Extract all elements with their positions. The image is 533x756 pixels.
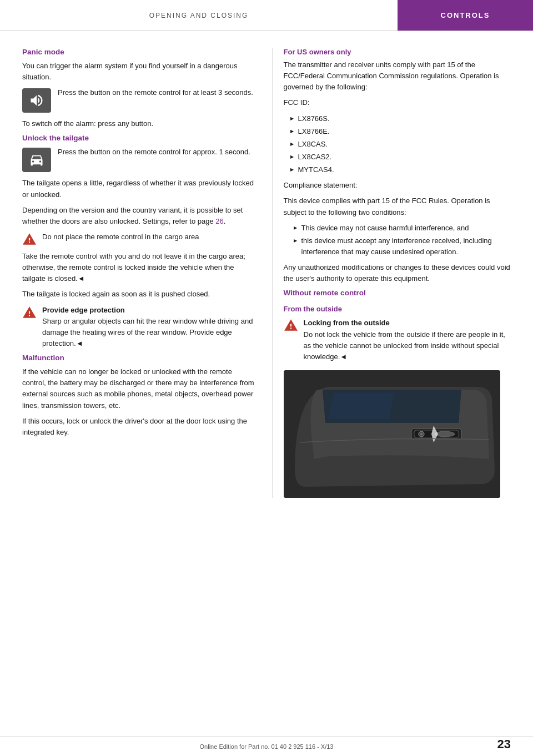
from-outside-title: From the outside [284, 305, 511, 313]
fcc-item-1: LX8766S. [290, 113, 511, 124]
compliance-item-2: this device must accept any interference… [294, 235, 511, 258]
malfunction-section: Malfunction If the vehicle can no longer… [22, 354, 255, 438]
malfunction-text-1: If the vehicle can no longer be locked o… [22, 366, 255, 411]
fcc-id-label: FCC ID: [284, 97, 511, 108]
warning-triangle-icon-1 [22, 232, 37, 246]
fcc-item-4: LX8CAS2. [290, 152, 511, 163]
malfunction-title: Malfunction [22, 354, 255, 362]
warning-edge-row: Provide edge protection Sharp or angular… [22, 305, 255, 350]
warning-triangle-icon-2 [22, 305, 37, 320]
controls-label: CONTROLS [441, 11, 490, 19]
page-header: OPENING AND CLOSING CONTROLS [0, 0, 533, 31]
page-footer: Online Edition for Part no. 01 40 2 925 … [0, 736, 533, 756]
car-key-icon [29, 152, 44, 168]
car-door-svg [284, 370, 500, 498]
compliance-footer: Any unauthorized modifications or change… [284, 262, 511, 284]
warning-edge-text: Provide edge protection Sharp or angular… [42, 305, 255, 350]
warning-edge-title: Provide edge protection [42, 306, 125, 314]
svg-point-5 [420, 432, 423, 435]
car-key-icon-box [22, 148, 51, 172]
tailgate-text-2: Depending on the version and the country… [22, 205, 255, 227]
compliance-label: Compliance statement: [284, 180, 511, 191]
tailgate-after-warning-2: The tailgate is locked again as soon as … [22, 289, 255, 300]
warning-locking-title: Locking from the outside [304, 319, 390, 327]
left-column: Panic mode You can trigger the alarm sys… [0, 48, 272, 498]
panic-mode-icon-text: Press the button on the remote control f… [58, 87, 253, 98]
panic-mode-after-text: To switch off the alarm: press any butto… [22, 118, 255, 129]
compliance-intro: This device complies with part 15 of the… [284, 195, 511, 218]
warning-cargo-row: Do not place the remote control in the c… [22, 231, 255, 246]
header-left-label: OPENING AND CLOSING [0, 0, 398, 31]
warning-locking-row: Locking from the outside Do not lock the… [284, 317, 511, 362]
us-owners-section: For US owners only The transmitter and r… [284, 48, 511, 284]
fcc-id-list: LX8766S. LX8766E. LX8CAS. LX8CAS2. MYTCA… [290, 113, 511, 176]
panic-mode-icon-row: Press the button on the remote control f… [22, 87, 255, 113]
panic-mode-section: Panic mode You can trigger the alarm sys… [22, 48, 255, 129]
without-remote-title: Without remote control [284, 289, 511, 297]
fcc-item-5: MYTCAS4. [290, 164, 511, 175]
footer-text: Online Edition for Part no. 01 40 2 925 … [200, 743, 334, 750]
header-right-label: CONTROLS [398, 0, 533, 31]
warning-locking-text: Locking from the outside Do not lock the… [304, 317, 511, 362]
speaker-icon [29, 93, 44, 108]
tailgate-icon-row: Press the button on the remote control f… [22, 147, 255, 172]
right-column: For US owners only The transmitter and r… [273, 48, 534, 498]
page-number: 23 [497, 737, 511, 752]
panic-mode-text: You can trigger the alarm system if you … [22, 61, 255, 83]
car-door-image [284, 370, 500, 498]
compliance-list: This device may not cause harmful interf… [294, 223, 511, 258]
tailgate-text-1: The tailgate opens a little, regardless … [22, 178, 255, 200]
warning-triangle-icon-3 [284, 318, 298, 332]
warning-edge-body: Sharp or angular objects can hit the rea… [42, 317, 253, 347]
fcc-item-3: LX8CAS. [290, 139, 511, 150]
without-remote-section: Without remote control From the outside … [284, 289, 511, 498]
speaker-icon-box [22, 88, 51, 113]
warning-locking-body: Do not lock the vehicle from the outside… [304, 330, 505, 361]
tailgate-icon-text: Press the button on the remote control f… [58, 147, 250, 158]
opening-closing-label: OPENING AND CLOSING [149, 12, 249, 19]
warning-cargo-text: Do not place the remote control in the c… [42, 231, 199, 243]
unlock-tailgate-title: Unlock the tailgate [22, 134, 255, 142]
malfunction-text-2: If this occurs, lock or unlock the drive… [22, 416, 255, 438]
us-owners-title: For US owners only [284, 48, 511, 56]
us-owners-intro: The transmitter and receiver units compl… [284, 59, 511, 93]
fcc-item-2: LX8766E. [290, 126, 511, 137]
page-link-26[interactable]: 26 [215, 217, 223, 225]
compliance-item-1: This device may not cause harmful interf… [294, 223, 511, 234]
unlock-tailgate-section: Unlock the tailgate Press the button on … [22, 134, 255, 349]
main-content: Panic mode You can trigger the alarm sys… [0, 31, 533, 498]
panic-mode-title: Panic mode [22, 48, 255, 56]
tailgate-after-warning-1: Take the remote control with you and do … [22, 251, 255, 284]
